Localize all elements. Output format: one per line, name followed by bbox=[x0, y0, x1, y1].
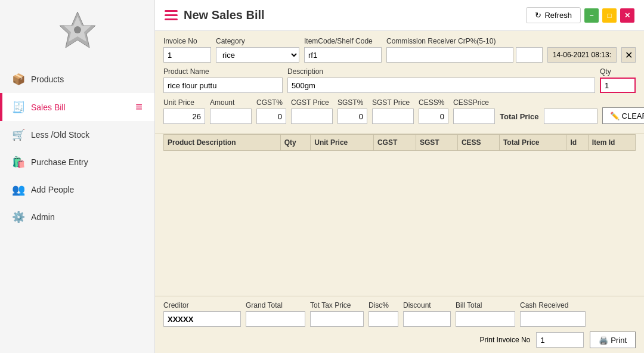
cgst-pct-input[interactable] bbox=[256, 109, 286, 124]
discount-input[interactable] bbox=[403, 311, 451, 327]
sidebar-item-purchase-entry-label: Purchase Entry bbox=[31, 157, 88, 167]
description-input[interactable] bbox=[287, 78, 595, 93]
footer-print-row: Print Invoice No 🖨️ Print bbox=[163, 332, 636, 348]
sgst-price-input[interactable] bbox=[372, 109, 414, 124]
disc-pct-input[interactable] bbox=[369, 311, 398, 327]
product-name-label: Product Name bbox=[163, 67, 283, 76]
bill-total-group: Bill Total bbox=[456, 301, 515, 327]
cash-received-input[interactable] bbox=[520, 311, 586, 327]
qty-input[interactable] bbox=[600, 78, 636, 93]
col-unit-price: Unit Price bbox=[311, 135, 374, 151]
tot-tax-price-input[interactable] bbox=[310, 311, 364, 327]
category-select[interactable]: rice wheat sugar oil bbox=[216, 47, 299, 63]
amount-input[interactable] bbox=[210, 109, 252, 124]
form-row-2: Product Name Description Qty bbox=[163, 67, 636, 93]
sales-bill-icon: 🧾 bbox=[12, 101, 25, 114]
bill-total-input[interactable] bbox=[456, 311, 515, 327]
total-price-input[interactable] bbox=[544, 109, 597, 124]
hamburger-menu-icon[interactable] bbox=[165, 10, 178, 20]
purchase-entry-icon: 🛍️ bbox=[12, 156, 25, 169]
category-label: Category bbox=[216, 37, 299, 45]
invoice-no-label: Invoice No bbox=[163, 37, 211, 45]
printer-icon: 🖨️ bbox=[599, 336, 608, 345]
app-logo bbox=[54, 6, 101, 54]
cgst-pct-group: CGST% bbox=[256, 98, 286, 124]
sidebar: 📦 Products 🧾 Sales Bill ≡ 🛒 Less /Old St… bbox=[0, 0, 155, 353]
sgst-pct-input[interactable] bbox=[338, 109, 367, 124]
page-title: New Sales Bill bbox=[184, 8, 265, 22]
cgst-price-input[interactable] bbox=[291, 109, 333, 124]
sidebar-navigation: 📦 Products 🧾 Sales Bill ≡ 🛒 Less /Old St… bbox=[0, 66, 154, 231]
creditor-group: Creditor bbox=[163, 301, 241, 327]
itemcode-label: ItemCode/Shelf Code bbox=[304, 37, 382, 45]
clear-button[interactable]: ✏️ CLEAR bbox=[602, 107, 644, 124]
products-table-area: Product Description Qty Unit Price CGST … bbox=[155, 134, 644, 296]
commission-label: Commission Receiver CrP%(5-10) bbox=[386, 37, 543, 45]
minimize-button[interactable]: − bbox=[584, 8, 599, 23]
col-product-description: Product Description bbox=[164, 135, 281, 151]
sidebar-item-products[interactable]: 📦 Products bbox=[0, 66, 154, 93]
description-group: Description bbox=[287, 67, 595, 93]
tax-row: Unit Price Amount CGST% CGST Price SGST%… bbox=[163, 98, 636, 124]
category-group: Category rice wheat sugar oil bbox=[216, 37, 299, 63]
amount-label: Amount bbox=[210, 98, 252, 107]
close-panel-button[interactable]: ✕ bbox=[621, 47, 636, 63]
discount-group: Discount bbox=[403, 301, 451, 327]
footer-totals-row: Creditor Grand Total Tot Tax Price Disc%… bbox=[163, 301, 636, 327]
product-name-input[interactable] bbox=[163, 78, 283, 93]
col-qty: Qty bbox=[280, 135, 311, 151]
commission-percent-input[interactable] bbox=[516, 47, 543, 63]
svg-point-2 bbox=[74, 26, 81, 33]
tot-tax-price-group: Tot Tax Price bbox=[310, 301, 364, 327]
close-button[interactable]: ✕ bbox=[620, 8, 634, 23]
sidebar-item-less-old-stock-label: Less /Old Stock bbox=[31, 130, 89, 140]
cess-price-label: CESSPrice bbox=[453, 98, 495, 107]
creditor-label: Creditor bbox=[163, 301, 241, 309]
commission-receiver-input[interactable] bbox=[386, 47, 513, 63]
amount-group: Amount bbox=[210, 98, 252, 124]
refresh-button[interactable]: ↻ Refresh bbox=[526, 7, 581, 23]
cash-received-label: Cash Received bbox=[520, 301, 586, 309]
grand-total-input[interactable] bbox=[246, 311, 305, 327]
admin-icon: ⚙️ bbox=[12, 210, 25, 224]
col-cess: CESS bbox=[457, 135, 499, 151]
cess-pct-input[interactable] bbox=[419, 109, 448, 124]
col-id: Id bbox=[566, 135, 588, 151]
active-indicator-icon: ≡ bbox=[135, 100, 143, 114]
window-controls: ↻ Refresh − □ ✕ bbox=[526, 7, 634, 23]
bill-form: Invoice No Category rice wheat sugar oil… bbox=[155, 31, 644, 134]
total-price-group bbox=[544, 98, 597, 124]
sidebar-item-purchase-entry[interactable]: 🛍️ Purchase Entry bbox=[0, 148, 154, 176]
form-row-1: Invoice No Category rice wheat sugar oil… bbox=[163, 37, 636, 63]
invoice-no-input[interactable] bbox=[163, 47, 211, 63]
less-old-stock-icon: 🛒 bbox=[12, 128, 25, 141]
disc-pct-label: Disc% bbox=[369, 301, 398, 309]
eraser-icon: ✏️ bbox=[610, 112, 620, 120]
sidebar-item-less-old-stock[interactable]: 🛒 Less /Old Stock bbox=[0, 121, 154, 148]
col-cgst: CGST bbox=[373, 135, 416, 151]
sgst-price-label: SGST Price bbox=[372, 98, 414, 107]
unit-price-group: Unit Price bbox=[163, 98, 205, 124]
description-label: Description bbox=[287, 67, 595, 76]
sidebar-item-admin[interactable]: ⚙️ Admin bbox=[0, 203, 154, 231]
sidebar-item-add-people[interactable]: 👥 Add People bbox=[0, 176, 154, 203]
products-icon: 📦 bbox=[12, 73, 25, 86]
print-invoice-input[interactable] bbox=[536, 332, 584, 348]
sidebar-item-sales-bill[interactable]: 🧾 Sales Bill ≡ bbox=[0, 93, 154, 121]
products-table: Product Description Qty Unit Price CGST … bbox=[163, 134, 636, 151]
unit-price-input[interactable] bbox=[163, 109, 205, 124]
itemcode-group: ItemCode/Shelf Code bbox=[304, 37, 382, 63]
col-sgst: SGST bbox=[416, 135, 457, 151]
invoice-no-group: Invoice No bbox=[163, 37, 211, 63]
product-name-group: Product Name bbox=[163, 67, 283, 93]
creditor-input[interactable] bbox=[163, 311, 241, 327]
grand-total-group: Grand Total bbox=[246, 301, 305, 327]
maximize-button[interactable]: □ bbox=[602, 8, 617, 23]
sgst-pct-label: SGST% bbox=[338, 98, 367, 107]
cess-price-input[interactable] bbox=[453, 109, 495, 124]
header-title-group: New Sales Bill bbox=[165, 8, 265, 22]
print-button[interactable]: 🖨️ Print bbox=[590, 332, 636, 348]
itemcode-input[interactable] bbox=[304, 47, 382, 63]
cgst-pct-label: CGST% bbox=[256, 98, 286, 107]
datetime-display: 14-06-2021 08:13: bbox=[547, 47, 617, 63]
